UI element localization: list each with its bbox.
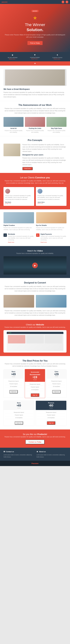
pro-concepts-text: Passion has a renowned reputation for qu… — [22, 144, 66, 152]
workspace-title: We have a Great Workspace — [4, 88, 66, 90]
hero-nav-item-0: ★ We are Unlimited Read more... — [8, 54, 17, 60]
pricing-title: The Best Prices for You — [4, 360, 66, 362]
cta-button[interactable]: Contact us Today — [26, 440, 44, 444]
pricing-card2-basic: Basic $49 /month Responsive layout Passi… — [4, 400, 34, 426]
section-divider-1: ▼ — [0, 61, 70, 66]
clients-title: Let our Clients Convince you — [4, 176, 66, 179]
awesome-title-1: Pushing the Limits — [25, 128, 45, 129]
designs-icon: ♥ — [30, 54, 40, 56]
awesome-img-0 — [4, 117, 24, 127]
client-text-0: Passion has a renowned reputation for qu… — [5, 195, 32, 200]
digital-section: Digital Creation Passion has a renowned … — [0, 209, 70, 234]
pricing-btn2-premium[interactable]: Sign Up — [47, 421, 55, 425]
awesomeness-title: The Awesomeness of our Work — [4, 104, 66, 106]
hero-nav-link-2[interactable]: Read more... — [52, 58, 62, 60]
digital-img-1 — [36, 212, 67, 223]
awesome-item-1: Pushing the Limits Passion has a renowne… — [25, 117, 45, 133]
footer-col-0: ✉ Contact us Lorem ipsum dolor sit amet,… — [4, 450, 34, 458]
pricing-btn-basic[interactable]: Sign Up — [10, 390, 18, 394]
footer-col-text-0: Lorem ipsum dolor sit amet, consectetur … — [4, 454, 34, 458]
payments-link[interactable]: Read more — [40, 242, 47, 243]
hero-nav-label-1: Amazing Designs — [30, 57, 40, 58]
video-play-button[interactable]: ▶ — [32, 262, 38, 268]
pricing-period2-basic: /month — [5, 407, 33, 408]
pricing-header-extra: Extra $29 /month — [46, 370, 66, 379]
footer-col-title-1: ★ About us — [36, 450, 66, 453]
awesomeness-section: The Awesomeness of our Work Passion has … — [0, 101, 70, 136]
digital-text-0: Passion has a renowned reputation for qu… — [4, 227, 34, 231]
client-avatar-0 — [5, 189, 10, 194]
about-icon: ★ — [36, 450, 38, 453]
awesome-item-0: Aerial Art Passion has a renowned qualit… — [4, 117, 24, 133]
topbar-icons: ✉ ⚙ — [62, 0, 68, 3]
pricing-feature-basic-1: Passion layout — [5, 382, 22, 385]
client-avatar-1 — [38, 189, 42, 194]
mockup-col-2 — [45, 335, 62, 344]
pricing-header-basic: Basic $49 /month — [4, 370, 24, 379]
client-text-1: Passion has a renowned reputation for qu… — [38, 195, 65, 200]
worldwide-icon: ✈ — [4, 234, 7, 237]
hero-nav-link-1[interactable]: Read more... — [30, 58, 40, 60]
pro-concepts-subtext: Passion has a renowned reputation for qu… — [22, 157, 66, 166]
check-website-title: Check our Website — [4, 324, 66, 326]
pricing-period-recommended: /month — [26, 379, 44, 380]
digital-img-0 — [4, 212, 34, 223]
pricing-feature-rec-0: Responsive layout — [26, 383, 44, 386]
mockup-bar — [7, 332, 64, 334]
pricing-grid-row1: Basic $49 /month Responsive layout Passi… — [4, 369, 66, 398]
pricing-card2-premium: Premium $80 /month Responsive layout Pas… — [36, 400, 66, 426]
pricing-card-basic: Basic $49 /month Responsive layout Passi… — [4, 369, 24, 398]
digital-title-1: Eye for Details — [36, 224, 67, 226]
website-mockup — [4, 330, 66, 352]
pricing-price2-premium: $80 — [37, 404, 65, 407]
pricing-features2-premium: Responsive layout Passion layout 20 temp… — [36, 410, 66, 420]
hero-nav-item-1: ♥ Amazing Designs Read more... — [30, 54, 40, 60]
cta-section: So you like our Products! Passion has a … — [0, 430, 70, 448]
pricing-price-basic: $49 — [5, 372, 22, 376]
cta-title: So you like our Products! — [4, 433, 66, 435]
pricing-recommended-badge: Recommended — [30, 372, 40, 373]
pricing-row2-container: Basic $49 /month Responsive layout Passi… — [4, 400, 66, 426]
check-website-section: Check our Website Passion has a renowned… — [0, 320, 70, 356]
convert-text: Passion has a renowned reputation for qu… — [4, 286, 66, 292]
pro-concepts-image — [4, 144, 20, 156]
pricing-features-recommended: Responsive layout Passion layout 20 temp… — [25, 382, 45, 392]
contact-icon: ✉ — [4, 450, 5, 453]
pricing-subtitle: Passion has a renowned reputation for qu… — [4, 363, 66, 367]
pricing-btn-recommended[interactable]: Sign Up — [31, 394, 39, 397]
video-player[interactable]: ▶ — [4, 256, 66, 274]
hero-nav-label-0: We are Unlimited — [8, 57, 17, 58]
pricing-btn-extra[interactable]: Sign Up — [52, 390, 60, 394]
pricing-price2-basic: $49 — [5, 404, 33, 407]
pricing-price-extra: $29 — [48, 372, 65, 376]
awesomeness-subtitle: Passion has a renowned reputation for qu… — [4, 108, 66, 114]
pricing-period-basic: /month — [5, 376, 22, 377]
worldwide-link[interactable]: Read more — [8, 242, 14, 243]
pro-concepts-read-more[interactable]: Read more — [22, 167, 32, 170]
settings-icon[interactable]: ⚙ — [66, 0, 68, 3]
awesome-img-1 — [25, 117, 45, 127]
client-card-1: Passion has a renowned reputation for qu… — [36, 187, 66, 206]
mail-icon[interactable]: ✉ — [62, 0, 64, 3]
hero-nav-link-0[interactable]: Read more... — [8, 58, 17, 60]
convert-section: Designed to Convert Passion has a renown… — [0, 278, 70, 320]
pricing-feature-rec-2: 20 templates — [26, 388, 44, 391]
digital-item-0: Digital Creation Passion has a renowned … — [4, 212, 34, 231]
pricing-feature-basic-2: 20 templates — [5, 385, 22, 388]
pricing-card-recommended: Recommended Recommended $19 /month Respo… — [25, 369, 45, 398]
hero-nav: ★ We are Unlimited Read more... ♥ Amazin… — [0, 52, 70, 61]
hero-star-icon: ★ — [4, 15, 66, 21]
awesome-text-0: Passion has a renowned quality and relia… — [4, 130, 24, 133]
pricing-btn2-basic[interactable]: Sign Up — [15, 421, 23, 425]
pricing-feature2-premium-0: Responsive layout — [37, 411, 65, 414]
client-name-1: Jason Mora — [38, 202, 65, 203]
awesomeness-grid: Aerial Art Passion has a renowned qualit… — [4, 117, 66, 133]
payments-title: Digital Payments — [40, 234, 67, 235]
mockup-dot-red — [8, 332, 8, 333]
hero-cta-button[interactable]: Find us Today — [28, 41, 42, 45]
awesome-title-2: Stay Fight Game — [46, 128, 66, 129]
hero-title: The Winner Solution. — [4, 22, 66, 32]
pricing-name2-basic: Basic — [5, 402, 33, 404]
workspace-image — [4, 69, 66, 86]
pro-concepts-subheading: Designed for your users — [22, 154, 66, 156]
